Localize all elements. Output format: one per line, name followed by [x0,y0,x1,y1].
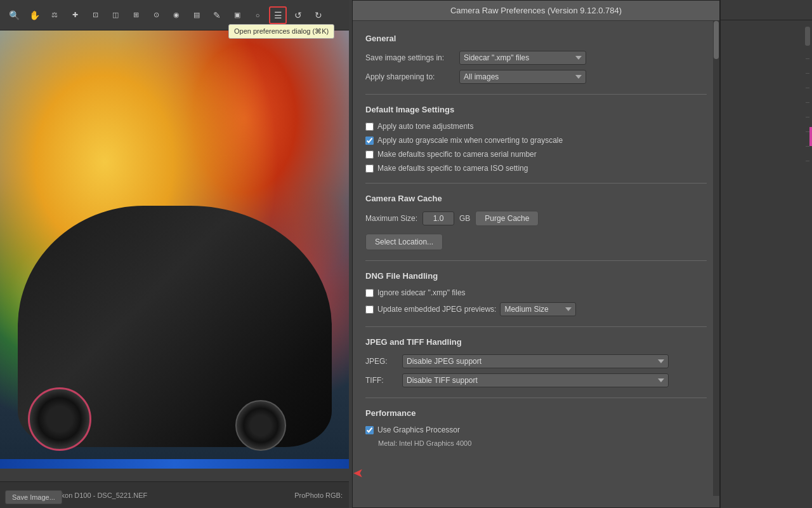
general-divider [365,94,707,95]
preferences-dialog: Camera Raw Preferences (Version 9.12.0.7… [352,0,720,508]
car-wheel-right [235,400,286,451]
camera-iso-label: Make defaults specific to camera ISO set… [377,164,528,173]
right-panel [720,0,812,508]
apply-sharpening-select[interactable]: All images Preview images only [459,70,586,84]
crop-tool[interactable]: ⊡ [86,6,104,24]
performance-section-title: Performance [365,408,707,418]
dng-section-title: DNG File Handling [365,271,707,281]
save-settings-row: Save image settings in: Sidecar ".xmp" f… [365,51,707,65]
status-bar: ⊡ ℹ 31.8% ▼ Nikon D100 - DSC_5221.NEF Pr… [0,481,349,508]
cache-divider [365,260,707,261]
ignore-sidecar-row: Ignore sidecar ".xmp" files [365,288,707,297]
save-settings-select[interactable]: Sidecar ".xmp" files Camera Raw database… [459,51,586,65]
camera-serial-checkbox[interactable] [365,150,374,159]
use-gpu-row: Use Graphics Processor [365,425,707,434]
save-image-button[interactable]: Save Image... [5,490,62,504]
rotate-left-tool[interactable]: ↺ [289,6,307,24]
hand-tool[interactable]: ✋ [25,6,43,24]
auto-tone-label: Apply auto tone adjustments [377,122,473,131]
tiff-label: TIFF: [365,376,397,385]
histogram-tool[interactable]: ▣ [228,6,246,24]
auto-tone-row: Apply auto tone adjustments [365,122,707,131]
use-gpu-label: Use Graphics Processor [377,425,460,434]
dialog-body[interactable]: General Save image settings in: Sidecar … [353,21,719,507]
tiff-select[interactable]: Disable TIFF support Automatically open … [402,373,669,387]
car-wheel-left [28,387,91,451]
auto-grayscale-checkbox[interactable] [365,137,374,145]
camera-iso-row: Make defaults specific to camera ISO set… [365,164,707,173]
max-size-label: Maximum Size: [365,214,417,223]
zoom-tool[interactable]: 🔍 [5,6,23,24]
toolbar-tooltip: Open preferences dialog (⌘K) [228,24,334,39]
save-settings-label: Save image settings in: [365,53,454,62]
auto-grayscale-label: Apply auto grayscale mix when converting… [377,136,563,145]
apply-sharpening-row: Apply sharpening to: All images Preview … [365,70,707,84]
list-tool[interactable]: ☰ [269,6,287,24]
straighten-tool[interactable]: ◫ [107,6,124,24]
circle-tool[interactable]: ○ [249,6,266,24]
camera-serial-label: Make defaults specific to camera serial … [377,150,537,159]
dialog-title: Camera Raw Preferences (Version 9.12.0.7… [450,6,622,15]
jpeg-row: JPEG: Disable JPEG support Automatically… [365,354,707,368]
brush-tool[interactable]: ✎ [208,6,226,24]
jpeg-select[interactable]: Disable JPEG support Automatically open … [402,354,669,368]
dialog-scrollbar-thumb[interactable] [714,21,719,59]
arrow-indicator: ➤ [353,466,363,481]
update-embedded-checkbox[interactable] [365,305,374,314]
gpu-info: Metal: Intel HD Graphics 4000 [378,439,707,447]
use-gpu-checkbox[interactable] [365,426,374,434]
graduated-filter-tool[interactable]: ▤ [188,6,206,24]
camera-serial-row: Make defaults specific to camera serial … [365,150,707,159]
color-sampler-tool[interactable]: ✚ [66,6,84,24]
right-panel-top [721,0,812,20]
ignore-sidecar-label: Ignore sidecar ".xmp" files [377,288,466,297]
right-scrollbar-thumb[interactable] [805,27,810,46]
general-section-title: General [365,34,707,43]
select-location-button[interactable]: Select Location... [365,234,443,250]
red-eye-tool[interactable]: ◉ [167,6,185,24]
auto-tone-checkbox[interactable] [365,123,374,131]
jpeg-label: JPEG: [365,357,397,366]
camera-iso-checkbox[interactable] [365,164,374,173]
photo-background [0,30,349,469]
purge-cache-button[interactable]: Purge Cache [475,211,539,226]
size-unit: GB [459,214,470,223]
white-balance-tool[interactable]: ⚖ [46,6,63,24]
rotate-right-tool[interactable]: ↻ [310,6,327,24]
photo-canvas [0,30,349,469]
auto-grayscale-row: Apply auto grayscale mix when converting… [365,136,707,145]
max-size-input[interactable] [422,211,454,225]
accent-bar [809,127,812,146]
preview-size-select[interactable]: Medium Size Full Size Disabled [500,302,576,316]
photo-area [0,30,349,469]
jpeg-tiff-divider [365,398,707,398]
default-image-settings-title: Default Image Settings [365,105,707,114]
cache-size-row: Maximum Size: GB Purge Cache [365,211,707,226]
toolbar: 🔍 ✋ ⚖ ✚ ⊡ ◫ ⊞ ⊙ ◉ ▤ ✎ ▣ ○ ☰ ↺ ↻ Open pre… [0,0,349,30]
dng-divider [365,326,707,327]
transform-tool[interactable]: ⊞ [127,6,145,24]
jpeg-tiff-section-title: JPEG and TIFF Handling [365,337,707,347]
cache-section-title: Camera Raw Cache [365,194,707,203]
dialog-titlebar: Camera Raw Preferences (Version 9.12.0.7… [353,1,719,21]
apply-sharpening-label: Apply sharpening to: [365,72,454,81]
spot-removal-tool[interactable]: ⊙ [147,6,165,24]
color-profile: ProPhoto RGB: [294,491,343,499]
dialog-scrollbar[interactable] [713,21,719,496]
update-embedded-label: Update embedded JPEG previews: [377,305,496,314]
blue-bar [0,459,349,469]
ignore-sidecar-checkbox[interactable] [365,289,374,297]
right-scrollbar-track [804,25,811,483]
camera-info: Nikon D100 - DSC_5221.NEF [55,491,147,499]
tiff-row: TIFF: Disable TIFF support Automatically… [365,373,707,387]
update-embedded-row: Update embedded JPEG previews: Medium Si… [365,302,707,316]
default-settings-divider [365,183,707,184]
